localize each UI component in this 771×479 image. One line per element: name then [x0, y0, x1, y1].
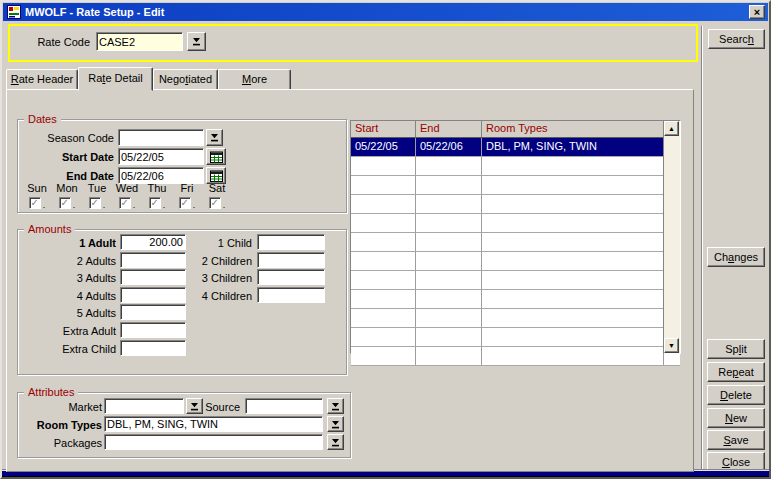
rate-setup-window: MWOLF - Rate Setup - Edit × Rate Code Se…: [0, 0, 771, 479]
repeat-button[interactable]: Repeat: [707, 362, 765, 382]
split-button[interactable]: Split: [707, 339, 765, 359]
start-date-calendar-button[interactable]: [206, 148, 226, 165]
grid-row-selected[interactable]: 05/22/05 05/22/06 DBL, PM, SING, TWIN: [351, 138, 680, 157]
amount-label: 3 Adults: [20, 271, 116, 286]
scroll-down-icon: ▼: [668, 342, 675, 349]
day-label: Thu: [142, 182, 172, 195]
packages-input[interactable]: [104, 434, 323, 450]
start-date-label: Start Date: [20, 150, 114, 165]
amount-label: 4 Adults: [20, 289, 116, 304]
rate-detail-tab-panel: Dates Season Code Start Date End Date Su…: [6, 89, 694, 472]
grid-row-empty[interactable]: [351, 328, 680, 347]
amount-input-1-child[interactable]: [257, 234, 325, 250]
amount-label: 1 Child: [168, 236, 252, 251]
day-checkbox-thu[interactable]: ✓: [149, 197, 161, 209]
rate-code-input[interactable]: [96, 32, 183, 51]
room-types-label: Room Types: [20, 418, 102, 433]
grid-row-empty[interactable]: [351, 214, 680, 233]
grid-row-empty[interactable]: [351, 195, 680, 214]
grid-header-room-types: Room Types: [482, 121, 664, 137]
scroll-down-button[interactable]: ▼: [664, 338, 679, 353]
day-label: Sat: [202, 182, 232, 195]
grid-row-empty[interactable]: [351, 290, 680, 309]
weekday-checkboxes: Sun✓. Mon✓. Tue✓. Wed✓. Thu✓. Fri✓. Sat✓…: [22, 182, 232, 209]
checkmark-icon: ✓: [181, 198, 189, 208]
checkmark-icon: ✓: [151, 198, 159, 208]
dates-legend: Dates: [24, 112, 61, 126]
market-label: Market: [20, 400, 102, 415]
lov-dropdown-icon: [210, 133, 219, 142]
season-code-lov-button[interactable]: [206, 129, 223, 146]
tab-more[interactable]: More: [218, 69, 291, 90]
day-label: Sun: [22, 182, 52, 195]
amount-input-2-children[interactable]: [257, 252, 325, 268]
day-checkbox-wed[interactable]: ✓: [119, 197, 131, 209]
amount-input-3-children[interactable]: [257, 269, 325, 285]
grid-header-start: Start: [351, 121, 416, 137]
room-types-lov-button[interactable]: [327, 416, 344, 432]
season-code-input[interactable]: [118, 129, 204, 146]
room-types-input[interactable]: [104, 416, 323, 432]
attributes-legend: Attributes: [24, 385, 78, 399]
day-checkbox-fri[interactable]: ✓: [179, 197, 191, 209]
amount-label: 2 Children: [168, 254, 252, 269]
attributes-group: Attributes Market Source Room Types Pack…: [17, 392, 351, 458]
packages-label: Packages: [20, 436, 102, 451]
amount-label: 5 Adults: [20, 306, 116, 321]
tab-rate-detail[interactable]: Rate Detail: [78, 67, 153, 91]
amount-label: Extra Child: [20, 342, 116, 357]
start-date-input[interactable]: [118, 148, 204, 165]
tab-negotiated[interactable]: Negotiated: [153, 69, 218, 90]
checkmark-icon: ✓: [31, 198, 39, 208]
panel-divider: [701, 26, 703, 470]
amounts-group: Amounts 1 Adult 2 Adults 3 Adults 4 Adul…: [17, 229, 347, 375]
search-button[interactable]: Search: [708, 29, 765, 49]
scroll-up-icon: ▲: [668, 125, 675, 132]
season-code-label: Season Code: [20, 131, 114, 146]
scroll-up-button[interactable]: ▲: [664, 121, 679, 136]
lov-dropdown-icon: [192, 37, 201, 46]
grid-row-empty[interactable]: [351, 176, 680, 195]
amount-input-extra-adult[interactable]: [120, 322, 186, 338]
amount-input-4-children[interactable]: [257, 287, 325, 303]
amount-input-extra-child[interactable]: [120, 340, 186, 356]
close-button[interactable]: ×: [749, 5, 765, 19]
calendar-icon: [210, 151, 223, 163]
grid-scrollbar[interactable]: ▲ ▼: [663, 121, 680, 353]
source-lov-button[interactable]: [327, 398, 344, 414]
new-button[interactable]: New: [707, 408, 765, 428]
grid-row-empty[interactable]: [351, 233, 680, 252]
tab-rate-header[interactable]: Rate Header: [6, 69, 78, 90]
delete-button[interactable]: Delete: [707, 385, 765, 405]
checkmark-icon: ✓: [211, 198, 219, 208]
market-input[interactable]: [104, 398, 184, 414]
grid-row-empty[interactable]: [351, 252, 680, 271]
titlebar[interactable]: MWOLF - Rate Setup - Edit ×: [3, 3, 768, 21]
save-button[interactable]: Save: [707, 430, 765, 450]
search-button-label: Search: [719, 33, 754, 45]
rate-detail-grid: Start End Room Types 05/22/05 05/22/06 D…: [350, 120, 681, 354]
grid-row-empty[interactable]: [351, 271, 680, 290]
day-checkbox-mon[interactable]: ✓: [59, 197, 71, 209]
source-input[interactable]: [245, 398, 323, 414]
grid-header-end: End: [416, 121, 482, 137]
checkmark-icon: ✓: [61, 198, 69, 208]
amounts-legend: Amounts: [24, 222, 75, 236]
day-checkbox-sat[interactable]: ✓: [209, 197, 221, 209]
calendar-icon: [210, 170, 223, 182]
checkmark-icon: ✓: [91, 198, 99, 208]
day-label: Fri: [172, 182, 202, 195]
changes-button[interactable]: Changes: [707, 247, 765, 267]
amount-input-5-adults[interactable]: [120, 304, 186, 320]
rate-code-lov-button[interactable]: [187, 32, 206, 51]
grid-row-empty[interactable]: [351, 347, 680, 366]
day-checkbox-sun[interactable]: ✓: [29, 197, 41, 209]
lov-dropdown-icon: [331, 438, 340, 447]
grid-row-empty[interactable]: [351, 309, 680, 328]
lov-dropdown-icon: [331, 420, 340, 429]
packages-lov-button[interactable]: [327, 434, 344, 450]
grid-row-empty[interactable]: [351, 157, 680, 176]
rate-code-panel: Rate Code: [8, 24, 698, 62]
day-checkbox-tue[interactable]: ✓: [89, 197, 101, 209]
amount-label: 1 Adult: [20, 236, 116, 251]
